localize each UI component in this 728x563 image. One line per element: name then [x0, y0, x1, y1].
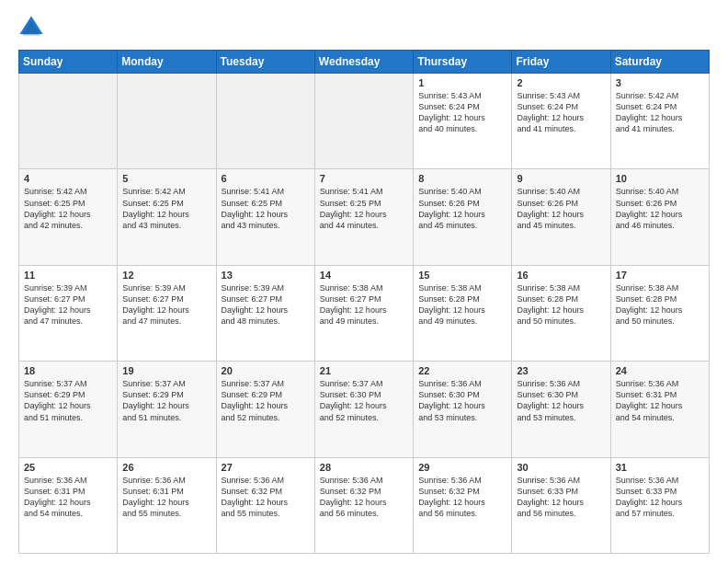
logo-icon: [18, 15, 44, 40]
day-header-thursday: Thursday: [414, 51, 512, 74]
day-info: Sunrise: 5:42 AM Sunset: 6:25 PM Dayligh…: [122, 186, 210, 231]
calendar-cell: 8Sunrise: 5:40 AM Sunset: 6:26 PM Daylig…: [414, 169, 512, 265]
day-number: 13: [222, 270, 310, 281]
day-header-tuesday: Tuesday: [216, 51, 314, 74]
day-header-friday: Friday: [512, 51, 610, 74]
day-info: Sunrise: 5:42 AM Sunset: 6:24 PM Dayligh…: [616, 90, 704, 135]
day-number: 9: [517, 173, 605, 184]
calendar-cell: 23Sunrise: 5:36 AM Sunset: 6:30 PM Dayli…: [512, 362, 610, 457]
calendar-cell: 30Sunrise: 5:36 AM Sunset: 6:33 PM Dayli…: [512, 457, 610, 553]
day-number: 3: [616, 77, 704, 88]
calendar-cell: 19Sunrise: 5:37 AM Sunset: 6:29 PM Dayli…: [118, 362, 216, 457]
day-number: 29: [418, 462, 506, 473]
day-number: 30: [517, 462, 605, 473]
header: [18, 15, 710, 40]
day-info: Sunrise: 5:38 AM Sunset: 6:28 PM Dayligh…: [418, 282, 506, 327]
day-info: Sunrise: 5:37 AM Sunset: 6:29 PM Dayligh…: [222, 378, 310, 423]
calendar-cell: 31Sunrise: 5:36 AM Sunset: 6:33 PM Dayli…: [610, 457, 709, 553]
day-number: 8: [418, 173, 506, 184]
day-info: Sunrise: 5:36 AM Sunset: 6:33 PM Dayligh…: [517, 475, 605, 520]
day-number: 11: [24, 270, 112, 281]
day-number: 25: [24, 462, 112, 473]
day-info: Sunrise: 5:39 AM Sunset: 6:27 PM Dayligh…: [24, 282, 112, 327]
day-info: Sunrise: 5:36 AM Sunset: 6:33 PM Dayligh…: [616, 475, 704, 520]
day-number: 2: [517, 77, 605, 88]
day-number: 21: [320, 365, 408, 376]
day-number: 28: [320, 462, 408, 473]
day-number: 26: [122, 462, 210, 473]
day-info: Sunrise: 5:37 AM Sunset: 6:29 PM Dayligh…: [122, 378, 210, 423]
week-row-1: 1Sunrise: 5:43 AM Sunset: 6:24 PM Daylig…: [19, 74, 710, 169]
day-info: Sunrise: 5:38 AM Sunset: 6:28 PM Dayligh…: [517, 282, 605, 327]
day-number: 14: [320, 270, 408, 281]
week-row-4: 18Sunrise: 5:37 AM Sunset: 6:29 PM Dayli…: [19, 362, 710, 457]
day-number: 1: [418, 77, 506, 88]
day-info: Sunrise: 5:37 AM Sunset: 6:30 PM Dayligh…: [320, 378, 408, 423]
week-row-3: 11Sunrise: 5:39 AM Sunset: 6:27 PM Dayli…: [19, 265, 710, 361]
page: SundayMondayTuesdayWednesdayThursdayFrid…: [0, 0, 728, 563]
day-info: Sunrise: 5:43 AM Sunset: 6:24 PM Dayligh…: [418, 90, 506, 135]
calendar-cell: 5Sunrise: 5:42 AM Sunset: 6:25 PM Daylig…: [118, 169, 216, 265]
day-header-monday: Monday: [118, 51, 216, 74]
calendar-cell: 4Sunrise: 5:42 AM Sunset: 6:25 PM Daylig…: [19, 169, 118, 265]
calendar-cell: 26Sunrise: 5:36 AM Sunset: 6:31 PM Dayli…: [118, 457, 216, 553]
day-info: Sunrise: 5:36 AM Sunset: 6:31 PM Dayligh…: [24, 475, 112, 520]
day-info: Sunrise: 5:36 AM Sunset: 6:30 PM Dayligh…: [418, 378, 506, 423]
calendar-cell: 14Sunrise: 5:38 AM Sunset: 6:27 PM Dayli…: [314, 265, 413, 361]
day-number: 18: [24, 365, 112, 376]
calendar-cell: 9Sunrise: 5:40 AM Sunset: 6:26 PM Daylig…: [512, 169, 610, 265]
calendar-cell: [314, 74, 413, 169]
day-header-wednesday: Wednesday: [314, 51, 413, 74]
day-info: Sunrise: 5:36 AM Sunset: 6:32 PM Dayligh…: [418, 475, 506, 520]
day-number: 7: [320, 173, 408, 184]
calendar-cell: 1Sunrise: 5:43 AM Sunset: 6:24 PM Daylig…: [414, 74, 512, 169]
day-number: 22: [418, 365, 506, 376]
day-number: 27: [222, 462, 310, 473]
day-number: 15: [418, 270, 506, 281]
day-header-sunday: Sunday: [19, 51, 118, 74]
calendar-cell: 16Sunrise: 5:38 AM Sunset: 6:28 PM Dayli…: [512, 265, 610, 361]
week-row-5: 25Sunrise: 5:36 AM Sunset: 6:31 PM Dayli…: [19, 457, 710, 553]
calendar-cell: [118, 74, 216, 169]
calendar-cell: 24Sunrise: 5:36 AM Sunset: 6:31 PM Dayli…: [610, 362, 709, 457]
day-number: 5: [122, 173, 210, 184]
calendar-table: SundayMondayTuesdayWednesdayThursdayFrid…: [18, 50, 710, 554]
day-number: 4: [24, 173, 112, 184]
calendar-cell: 25Sunrise: 5:36 AM Sunset: 6:31 PM Dayli…: [19, 457, 118, 553]
day-info: Sunrise: 5:39 AM Sunset: 6:27 PM Dayligh…: [122, 282, 210, 327]
day-number: 19: [122, 365, 210, 376]
calendar-cell: 18Sunrise: 5:37 AM Sunset: 6:29 PM Dayli…: [19, 362, 118, 457]
calendar-cell: 21Sunrise: 5:37 AM Sunset: 6:30 PM Dayli…: [314, 362, 413, 457]
day-info: Sunrise: 5:36 AM Sunset: 6:32 PM Dayligh…: [320, 475, 408, 520]
calendar-cell: 15Sunrise: 5:38 AM Sunset: 6:28 PM Dayli…: [414, 265, 512, 361]
day-info: Sunrise: 5:37 AM Sunset: 6:29 PM Dayligh…: [24, 378, 112, 423]
day-number: 6: [222, 173, 310, 184]
day-info: Sunrise: 5:40 AM Sunset: 6:26 PM Dayligh…: [418, 186, 506, 231]
calendar-body: 1Sunrise: 5:43 AM Sunset: 6:24 PM Daylig…: [19, 74, 710, 554]
logo: [18, 15, 48, 40]
day-number: 16: [517, 270, 605, 281]
day-info: Sunrise: 5:40 AM Sunset: 6:26 PM Dayligh…: [616, 186, 704, 231]
day-number: 12: [122, 270, 210, 281]
day-number: 23: [517, 365, 605, 376]
day-info: Sunrise: 5:38 AM Sunset: 6:27 PM Dayligh…: [320, 282, 408, 327]
calendar-cell: 22Sunrise: 5:36 AM Sunset: 6:30 PM Dayli…: [414, 362, 512, 457]
day-info: Sunrise: 5:40 AM Sunset: 6:26 PM Dayligh…: [517, 186, 605, 231]
week-row-2: 4Sunrise: 5:42 AM Sunset: 6:25 PM Daylig…: [19, 169, 710, 265]
day-info: Sunrise: 5:41 AM Sunset: 6:25 PM Dayligh…: [320, 186, 408, 231]
day-info: Sunrise: 5:36 AM Sunset: 6:31 PM Dayligh…: [122, 475, 210, 520]
calendar-cell: 27Sunrise: 5:36 AM Sunset: 6:32 PM Dayli…: [216, 457, 314, 553]
day-number: 31: [616, 462, 704, 473]
header-row: SundayMondayTuesdayWednesdayThursdayFrid…: [19, 51, 710, 74]
calendar-cell: 7Sunrise: 5:41 AM Sunset: 6:25 PM Daylig…: [314, 169, 413, 265]
calendar-cell: 28Sunrise: 5:36 AM Sunset: 6:32 PM Dayli…: [314, 457, 413, 553]
day-info: Sunrise: 5:36 AM Sunset: 6:31 PM Dayligh…: [616, 378, 704, 423]
calendar-cell: 17Sunrise: 5:38 AM Sunset: 6:28 PM Dayli…: [610, 265, 709, 361]
day-info: Sunrise: 5:39 AM Sunset: 6:27 PM Dayligh…: [222, 282, 310, 327]
day-info: Sunrise: 5:43 AM Sunset: 6:24 PM Dayligh…: [517, 90, 605, 135]
day-number: 17: [616, 270, 704, 281]
day-number: 10: [616, 173, 704, 184]
calendar-cell: 20Sunrise: 5:37 AM Sunset: 6:29 PM Dayli…: [216, 362, 314, 457]
day-info: Sunrise: 5:36 AM Sunset: 6:30 PM Dayligh…: [517, 378, 605, 423]
day-header-saturday: Saturday: [610, 51, 709, 74]
